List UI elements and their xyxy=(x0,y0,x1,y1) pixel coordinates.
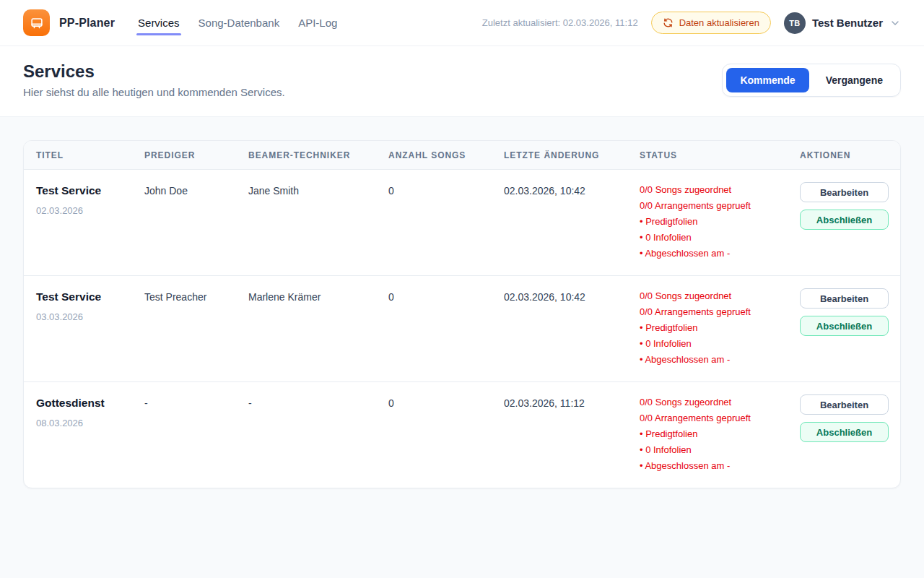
service-filter-toggle: Kommende Vergangene xyxy=(722,64,901,97)
status-line: • Predigtfolien xyxy=(640,320,800,336)
refresh-label: Daten aktualisieren xyxy=(679,17,759,28)
technician-cell: Jane Smith xyxy=(248,182,388,198)
column-header-beamer-techniker: Beamer-Techniker xyxy=(248,150,388,160)
top-bar: PP-Planer Services Song-Datenbank API-Lo… xyxy=(0,0,924,46)
edit-button[interactable]: Bearbeiten xyxy=(800,394,889,415)
technician-cell: Marlene Krämer xyxy=(248,288,388,304)
preacher-cell: - xyxy=(144,394,248,410)
edit-button[interactable]: Bearbeiten xyxy=(800,182,889,202)
nav-item-services[interactable]: Services xyxy=(138,17,180,29)
table-header-row: Titel Prediger Beamer-Techniker Anzahl S… xyxy=(24,141,900,170)
song-count-cell: 0 xyxy=(388,182,504,198)
service-date: 03.03.2026 xyxy=(36,310,144,324)
service-title: Test Service xyxy=(36,290,144,304)
preacher-cell: Test Preacher xyxy=(144,288,248,304)
status-line: • Abgeschlossen am - xyxy=(640,458,800,474)
title-cell: Test Service 02.03.2026 xyxy=(36,182,144,218)
user-name: Test Benutzer xyxy=(812,17,883,29)
title-cell: Gottesdienst 08.03.2026 xyxy=(36,394,144,431)
topbar-right: Zuletzt aktualisiert: 02.03.2026, 11:12 … xyxy=(482,12,901,34)
nav-item-api-log[interactable]: API-Log xyxy=(298,17,337,29)
column-header-aktionen: Aktionen xyxy=(800,150,888,160)
status-cell: 0/0 Songs zugeordnet 0/0 Arrangements ge… xyxy=(640,182,800,262)
status-line: 0/0 Arrangements geprueft xyxy=(640,304,800,320)
column-header-prediger: Prediger xyxy=(144,150,248,160)
service-title: Gottesdienst xyxy=(36,396,144,410)
page-header-text: Services Hier siehst du alle heutigen un… xyxy=(23,61,285,98)
complete-button[interactable]: Abschließen xyxy=(800,422,889,442)
status-line: • Predigtfolien xyxy=(640,426,800,442)
complete-button[interactable]: Abschließen xyxy=(800,316,889,336)
chevron-down-icon xyxy=(889,17,901,29)
actions-cell: Bearbeiten Abschließen xyxy=(800,182,889,230)
app-logo xyxy=(23,9,50,36)
last-change-cell: 02.03.2026, 10:42 xyxy=(504,288,640,304)
app-name: PP-Planer xyxy=(59,17,115,30)
main-content: Titel Prediger Beamer-Techniker Anzahl S… xyxy=(0,117,924,512)
table-row: Test Service 03.03.2026 Test Preacher Ma… xyxy=(24,276,900,382)
preacher-cell: John Doe xyxy=(144,182,248,198)
complete-button[interactable]: Abschließen xyxy=(800,210,889,230)
last-change-cell: 02.03.2026, 11:12 xyxy=(504,394,640,410)
status-line: • 0 Infofolien xyxy=(640,230,800,246)
status-line: 0/0 Songs zugeordnet xyxy=(640,394,800,410)
avatar: TB xyxy=(784,12,806,34)
actions-cell: Bearbeiten Abschließen xyxy=(800,394,889,442)
projector-icon xyxy=(29,15,45,31)
services-table-card: Titel Prediger Beamer-Techniker Anzahl S… xyxy=(23,140,901,488)
main-nav: Services Song-Datenbank API-Log xyxy=(138,17,337,29)
status-line: 0/0 Songs zugeordnet xyxy=(640,182,800,198)
service-date: 08.03.2026 xyxy=(36,416,144,431)
service-title: Test Service xyxy=(36,184,144,198)
status-cell: 0/0 Songs zugeordnet 0/0 Arrangements ge… xyxy=(640,288,800,368)
status-line: • Abgeschlossen am - xyxy=(640,352,800,368)
technician-cell: - xyxy=(248,394,388,410)
status-line: 0/0 Arrangements geprueft xyxy=(640,198,800,214)
page-subtitle: Hier siehst du alle heutigen und kommend… xyxy=(23,86,285,98)
song-count-cell: 0 xyxy=(388,288,504,304)
refresh-icon xyxy=(663,17,674,28)
edit-button[interactable]: Bearbeiten xyxy=(800,288,889,309)
page-title: Services xyxy=(23,61,285,82)
refresh-data-button[interactable]: Daten aktualisieren xyxy=(651,12,771,34)
topbar-left: PP-Planer Services Song-Datenbank API-Lo… xyxy=(23,9,337,36)
status-line: 0/0 Arrangements geprueft xyxy=(640,410,800,426)
page-header: Services Hier siehst du alle heutigen un… xyxy=(0,46,924,117)
filter-upcoming-button[interactable]: Kommende xyxy=(726,68,808,92)
column-header-anzahl-songs: Anzahl Songs xyxy=(388,150,504,160)
filter-past-button[interactable]: Vergangene xyxy=(812,68,897,92)
song-count-cell: 0 xyxy=(388,394,504,410)
last-change-cell: 02.03.2026, 10:42 xyxy=(504,182,640,198)
column-header-status: Status xyxy=(640,150,800,160)
service-date: 02.03.2026 xyxy=(36,204,144,218)
column-header-letzte-aenderung: Letzte Änderung xyxy=(504,150,640,160)
title-cell: Test Service 03.03.2026 xyxy=(36,288,144,324)
last-updated-text: Zuletzt aktualisiert: 02.03.2026, 11:12 xyxy=(482,17,638,28)
status-line: • 0 Infofolien xyxy=(640,336,800,352)
status-line: 0/0 Songs zugeordnet xyxy=(640,288,800,304)
table-row: Test Service 02.03.2026 John Doe Jane Sm… xyxy=(24,170,900,276)
user-menu[interactable]: TB Test Benutzer xyxy=(784,12,901,34)
status-line: • Predigtfolien xyxy=(640,214,800,230)
status-cell: 0/0 Songs zugeordnet 0/0 Arrangements ge… xyxy=(640,394,800,474)
table-row: Gottesdienst 08.03.2026 - - 0 02.03.2026… xyxy=(24,382,900,488)
status-line: • 0 Infofolien xyxy=(640,442,800,458)
column-header-titel: Titel xyxy=(36,150,144,160)
nav-item-song-datenbank[interactable]: Song-Datenbank xyxy=(199,17,280,29)
actions-cell: Bearbeiten Abschließen xyxy=(800,288,889,336)
status-line: • Abgeschlossen am - xyxy=(640,246,800,262)
